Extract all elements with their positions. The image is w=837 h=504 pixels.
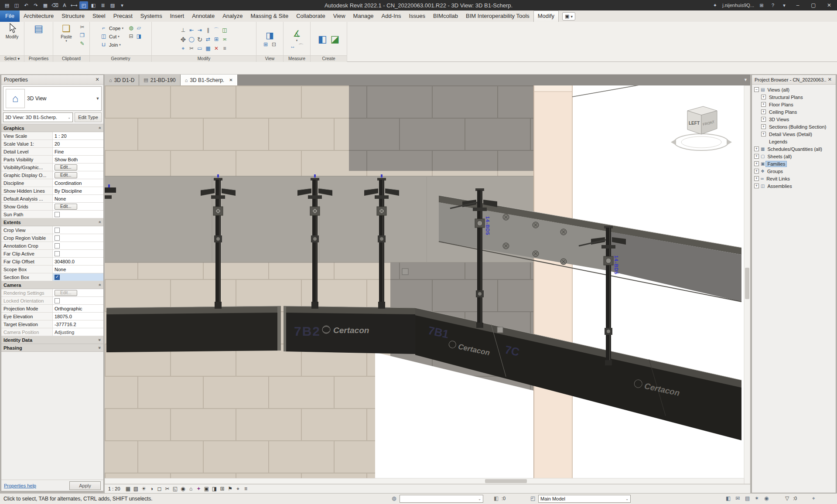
section-box-checkbox[interactable] bbox=[55, 275, 60, 280]
thin-lines-icon[interactable]: ≣ bbox=[99, 1, 107, 9]
sun-path-checkbox[interactable] bbox=[55, 212, 60, 217]
multi-select-icon[interactable]: ≡ bbox=[221, 45, 229, 52]
tab-manage[interactable]: Manage bbox=[349, 10, 378, 22]
cut-geometry-button[interactable]: ◫Cut▾ bbox=[99, 32, 124, 41]
reveal-hidden-icon[interactable]: ✦ bbox=[195, 485, 202, 492]
scale-icon[interactable]: ≍ bbox=[221, 36, 229, 43]
close-hidden-windows-icon[interactable]: ▨ bbox=[108, 1, 117, 9]
split-icon[interactable]: ⌒ bbox=[213, 27, 220, 34]
displace-elements-icon[interactable]: ⊞ bbox=[262, 41, 270, 48]
worksets-icon[interactable]: ◍ bbox=[392, 495, 396, 501]
properties-toggle-button[interactable]: ▤ bbox=[29, 23, 49, 55]
expand-icon[interactable]: + bbox=[761, 124, 766, 129]
expand-icon[interactable]: + bbox=[754, 146, 759, 151]
crop-view-icon[interactable]: ✂ bbox=[164, 485, 171, 492]
edit-witness-icon[interactable]: ▭ bbox=[196, 45, 204, 52]
expand-icon[interactable]: » bbox=[98, 339, 102, 341]
analytical-model-icon[interactable]: ◨ bbox=[211, 485, 218, 492]
offset-icon[interactable]: ⇤ bbox=[188, 27, 195, 34]
crop-region-visible-checkbox[interactable] bbox=[55, 235, 60, 241]
property-row[interactable]: Show GridsEdit... bbox=[1, 203, 103, 211]
far-clip-active-checkbox[interactable] bbox=[55, 251, 60, 256]
close-button[interactable]: ✕ bbox=[823, 0, 835, 10]
tab-file[interactable]: File bbox=[0, 10, 20, 22]
section-identity-data[interactable]: Identity Data» bbox=[1, 336, 103, 344]
scrollbar-thumb[interactable] bbox=[485, 479, 527, 483]
tree-item-revit-links[interactable]: +∞Revit Links bbox=[752, 175, 836, 182]
properties-help-link[interactable]: Properties help bbox=[4, 483, 36, 488]
tab-view[interactable]: View bbox=[329, 10, 349, 22]
expand-icon[interactable]: + bbox=[754, 154, 759, 159]
tab-analyze[interactable]: Analyze bbox=[219, 10, 246, 22]
paint-icon[interactable]: ◍ bbox=[127, 24, 135, 32]
apply-button[interactable]: Apply bbox=[69, 481, 101, 490]
default-3d-view-icon[interactable]: ◰ bbox=[79, 1, 88, 9]
property-row[interactable]: Projection ModeOrthographic bbox=[1, 305, 103, 313]
tab-massing-site[interactable]: Massing & Site bbox=[246, 10, 292, 22]
tab-architecture[interactable]: Architecture bbox=[20, 10, 58, 22]
view-tab-3d-b1-scherp[interactable]: ⌂3D B1-Scherp.✕ bbox=[181, 75, 238, 85]
property-row[interactable]: Target Elevation-377716.2 bbox=[1, 320, 103, 328]
view-reference-icon[interactable]: ⊡ bbox=[270, 41, 278, 48]
tab-systems[interactable]: Systems bbox=[137, 10, 166, 22]
lock-view-icon[interactable]: ◉ bbox=[180, 485, 187, 492]
measure-icon[interactable]: ∡ bbox=[293, 28, 301, 39]
type-selector[interactable]: ⌂ 3D View ▼ bbox=[3, 86, 102, 111]
view-scale-button[interactable]: 1 : 20 bbox=[107, 486, 124, 491]
search-icon[interactable]: ✦ bbox=[711, 3, 719, 8]
collapse-icon[interactable]: − bbox=[754, 87, 759, 92]
temporary-view-properties-icon[interactable]: ▣ bbox=[203, 485, 210, 492]
tab-structure[interactable]: Structure bbox=[58, 10, 89, 22]
close-icon[interactable]: ✕ bbox=[94, 77, 101, 82]
scrollbar-thumb[interactable] bbox=[745, 268, 749, 299]
edit-visibility-button[interactable]: Edit... bbox=[55, 164, 77, 170]
tab-precast[interactable]: Precast bbox=[109, 10, 137, 22]
displacement-icon[interactable]: ⚑ bbox=[227, 485, 234, 492]
text-icon[interactable]: A bbox=[60, 1, 69, 9]
expand-icon[interactable]: + bbox=[761, 109, 766, 114]
tab-bimcollab[interactable]: BIMcollab bbox=[429, 10, 462, 22]
dimension-icon[interactable]: ↔ bbox=[289, 43, 297, 50]
edit-type-button[interactable]: Edit Type bbox=[75, 112, 102, 122]
property-row[interactable]: Graphic Display O...Edit... bbox=[1, 171, 103, 179]
view-tab-3d-d1-d[interactable]: ⌂3D D1-D bbox=[105, 75, 139, 85]
property-row[interactable]: Visibility/Graphic...Edit... bbox=[1, 163, 103, 171]
property-row[interactable]: Eye Elevation18075.0 bbox=[1, 313, 103, 320]
shadows-icon[interactable]: ◑ bbox=[148, 485, 155, 492]
expand-icon[interactable]: + bbox=[754, 169, 759, 174]
status-icon-3[interactable]: ▤ bbox=[745, 495, 750, 501]
press-drag-icon[interactable]: ⌖ bbox=[812, 495, 815, 501]
help-menu-icon[interactable]: ▾ bbox=[780, 3, 788, 8]
status-icon-1[interactable]: ◧ bbox=[726, 495, 731, 501]
section-icon[interactable]: ◧ bbox=[89, 1, 98, 9]
property-row[interactable]: Locked Orientation bbox=[1, 297, 103, 305]
tree-item-sections[interactable]: +Sections (Building Section) bbox=[752, 123, 836, 130]
section-extents[interactable]: Extents» bbox=[1, 218, 103, 226]
wall-opening-icon[interactable]: ▦ bbox=[205, 45, 212, 52]
crop-region-icon[interactable]: ◱ bbox=[172, 485, 179, 492]
section-camera[interactable]: Camera» bbox=[1, 281, 103, 289]
section-phasing[interactable]: Phasing» bbox=[1, 344, 103, 352]
property-row[interactable]: DisciplineCoordination bbox=[1, 179, 103, 187]
tree-item-detail-views[interactable]: +Detail Views (Detail) bbox=[752, 130, 836, 138]
view-tab-21-bd-190[interactable]: ▤21-BD-190 bbox=[139, 75, 180, 85]
property-row[interactable]: Show Hidden LinesBy Discipline bbox=[1, 187, 103, 195]
tree-item-schedules[interactable]: +▦Schedules/Quantities (all) bbox=[752, 145, 836, 153]
property-row[interactable]: Camera PositionAdjusting bbox=[1, 328, 103, 336]
edit-show-grids-button[interactable]: Edit... bbox=[55, 204, 77, 210]
signed-in-user[interactable]: j.nijenhuis9Q... bbox=[722, 3, 754, 8]
demolish-icon[interactable]: ⊟ bbox=[127, 33, 135, 40]
property-row[interactable]: Crop Region Visible bbox=[1, 234, 103, 242]
rotate-icon[interactable]: ↻ bbox=[196, 36, 204, 43]
open-icon[interactable]: ▤ bbox=[3, 1, 11, 9]
expand-icon[interactable]: + bbox=[754, 184, 759, 188]
property-row[interactable]: Section Box bbox=[1, 273, 103, 281]
rendering-icon[interactable]: ◻ bbox=[156, 485, 163, 492]
array-icon[interactable]: ⇄ bbox=[205, 36, 212, 43]
mirror-axis-icon[interactable]: ⇥ bbox=[196, 27, 204, 34]
cope-button[interactable]: ⌐Cope▾ bbox=[99, 24, 124, 32]
tab-annotate[interactable]: Annotate bbox=[188, 10, 219, 22]
expand-icon[interactable]: + bbox=[761, 117, 766, 122]
aligned-dimension-icon[interactable]: ⟷ bbox=[70, 1, 79, 9]
close-icon[interactable]: ✕ bbox=[229, 78, 232, 82]
